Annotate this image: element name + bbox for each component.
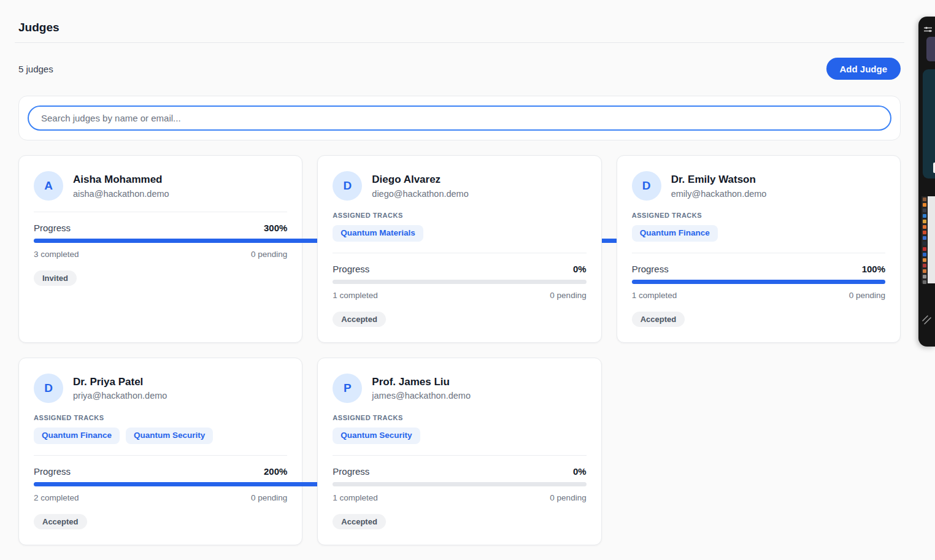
progress-value: 200%	[264, 466, 287, 477]
thumbnail-window-shape	[926, 37, 935, 61]
judge-identity: Prof. James Liu james@hackathon.demo	[372, 375, 471, 401]
pending-count: 0 pending	[550, 493, 586, 502]
track-chip-list: Quantum Materials	[333, 225, 586, 242]
thumbnail-dock-icon	[923, 275, 926, 278]
judge-name: Aisha Mohammed	[73, 173, 169, 186]
thumbnail-dock-icon	[923, 214, 926, 218]
badge-row: Invited	[34, 270, 287, 286]
completed-count: 2 completed	[34, 493, 79, 502]
progress-stats: 1 completed 0 pending	[333, 291, 586, 300]
screen-preview-overlay[interactable]	[918, 17, 935, 347]
card-divider	[34, 455, 287, 456]
thumbnail-dock-icon	[923, 280, 926, 284]
progress-label: Progress	[632, 264, 669, 274]
resize-handle-icon	[922, 315, 933, 326]
completed-count: 3 completed	[34, 250, 79, 259]
status-badge: Accepted	[632, 312, 685, 327]
progress-stats: 3 completed 0 pending	[34, 250, 287, 259]
card-divider	[333, 253, 586, 253]
track-chip-list: Quantum Finance	[632, 225, 885, 242]
assigned-tracks-label: Assigned Tracks	[632, 212, 885, 219]
pending-count: 0 pending	[550, 291, 586, 300]
judge-email: diego@hackathon.demo	[372, 189, 468, 199]
judge-identity: Dr. Emily Watson emily@hackathon.demo	[671, 173, 767, 198]
progress-label: Progress	[34, 466, 71, 477]
thumbnail-dock	[922, 196, 927, 283]
judge-card-header: P Prof. James Liu james@hackathon.demo	[333, 374, 586, 403]
sliders-icon	[924, 26, 933, 33]
avatar: A	[34, 171, 63, 201]
judge-card: D Dr. Priya Patel priya@hackathon.demo A…	[18, 358, 302, 545]
assigned-tracks-section: Assigned Tracks Quantum Materials	[333, 212, 586, 242]
badge-row: Accepted	[632, 312, 885, 327]
avatar-initial: A	[44, 179, 53, 193]
assigned-tracks-label: Assigned Tracks	[333, 212, 586, 219]
progress-value: 0%	[573, 466, 587, 477]
progress-label: Progress	[333, 264, 369, 274]
track-chip: Quantum Security	[333, 428, 420, 444]
thumbnail-dock-icon	[923, 242, 926, 245]
judge-name: Dr. Emily Watson	[671, 173, 767, 186]
progress-value: 100%	[862, 264, 885, 274]
judge-name: Dr. Priya Patel	[73, 375, 167, 389]
progress-header: Progress 100%	[632, 264, 885, 274]
judge-card: P Prof. James Liu james@hackathon.demo A…	[317, 358, 601, 545]
progress-label: Progress	[333, 466, 369, 477]
assigned-tracks-section: Assigned Tracks Quantum FinanceQuantum S…	[34, 414, 287, 444]
thumbnail-dock-icon	[923, 247, 926, 251]
progress-stats: 1 completed 0 pending	[632, 291, 885, 300]
completed-count: 1 completed	[632, 291, 677, 300]
progress-bar-fill	[632, 280, 885, 284]
pending-count: 0 pending	[849, 291, 885, 300]
thumbnail-dock-icon	[923, 269, 926, 273]
judge-email: james@hackathon.demo	[372, 391, 471, 401]
thumbnail-dock-icon	[923, 258, 926, 262]
thumbnail-panel-shape	[923, 69, 935, 178]
judge-email: aisha@hackathon.demo	[73, 189, 169, 199]
status-badge: Accepted	[333, 514, 386, 529]
badge-row: Accepted	[34, 514, 287, 529]
avatar: D	[632, 171, 661, 201]
judges-grid: A Aisha Mohammed aisha@hackathon.demo Pr…	[18, 155, 901, 545]
card-divider	[632, 253, 885, 253]
pending-count: 0 pending	[251, 250, 287, 259]
progress-value: 0%	[573, 264, 587, 274]
judge-card-header: D Diego Alvarez diego@hackathon.demo	[333, 171, 586, 201]
add-judge-button[interactable]: Add Judge	[826, 58, 901, 80]
badge-row: Accepted	[333, 312, 586, 327]
progress-header: Progress 200%	[34, 466, 287, 477]
judge-identity: Aisha Mohammed aisha@hackathon.demo	[73, 173, 169, 198]
avatar-initial: D	[343, 179, 352, 193]
thumbnail-dock-icon	[923, 203, 926, 207]
avatar: D	[34, 374, 63, 403]
avatar-initial: D	[44, 382, 53, 395]
toolbar: 5 judges Add Judge	[18, 58, 901, 80]
progress-value: 300%	[264, 223, 287, 233]
assigned-tracks-label: Assigned Tracks	[34, 414, 287, 421]
search-container	[18, 96, 901, 140]
judge-card: A Aisha Mohammed aisha@hackathon.demo Pr…	[18, 155, 302, 343]
progress-label: Progress	[34, 223, 71, 233]
assigned-tracks-section: Assigned Tracks Quantum Finance	[632, 212, 885, 242]
judge-count: 5 judges	[18, 64, 53, 74]
progress-bar-track	[333, 280, 586, 284]
thumbnail-dock-icon	[923, 225, 926, 229]
header-divider	[15, 42, 904, 43]
judge-card-header: D Dr. Priya Patel priya@hackathon.demo	[34, 374, 287, 403]
search-input[interactable]	[28, 105, 891, 131]
badge-row: Accepted	[333, 514, 586, 529]
status-badge: Accepted	[34, 514, 87, 529]
thumbnail-content-strip	[928, 196, 935, 283]
avatar: P	[333, 374, 362, 403]
thumbnail-dock-icon	[923, 220, 926, 223]
judge-identity: Diego Alvarez diego@hackathon.demo	[372, 173, 468, 198]
judge-name: Prof. James Liu	[372, 375, 471, 389]
status-badge: Invited	[34, 270, 77, 286]
assigned-tracks-label: Assigned Tracks	[333, 414, 586, 421]
progress-bar-track	[34, 482, 287, 486]
track-chip: Quantum Finance	[34, 428, 120, 444]
card-divider	[34, 212, 287, 212]
thumbnail-dock-icon	[923, 264, 926, 267]
judges-page: Judges 5 judges Add Judge A Aisha Mohamm…	[0, 0, 935, 545]
avatar-initial: P	[344, 382, 352, 395]
